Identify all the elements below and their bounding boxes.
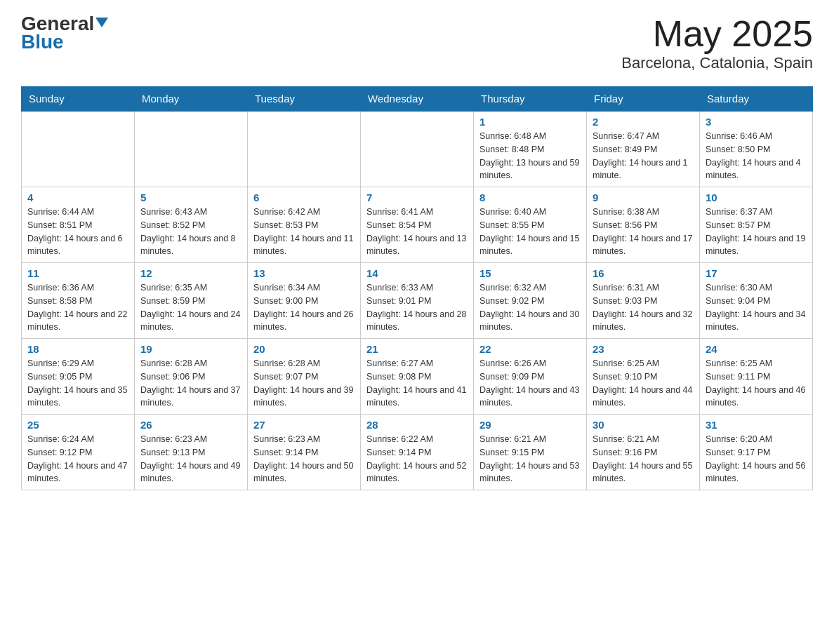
day-info: Sunrise: 6:40 AM Sunset: 8:55 PM Dayligh… bbox=[479, 206, 581, 258]
calendar-cell: 24Sunrise: 6:25 AM Sunset: 9:11 PM Dayli… bbox=[700, 339, 813, 415]
calendar-week-row: 18Sunrise: 6:29 AM Sunset: 9:05 PM Dayli… bbox=[22, 339, 813, 415]
day-info: Sunrise: 6:26 AM Sunset: 9:09 PM Dayligh… bbox=[479, 357, 581, 410]
day-info: Sunrise: 6:24 AM Sunset: 9:12 PM Dayligh… bbox=[27, 433, 128, 485]
calendar-cell bbox=[22, 111, 135, 187]
day-number: 17 bbox=[706, 267, 807, 279]
calendar-cell: 13Sunrise: 6:34 AM Sunset: 9:00 PM Dayli… bbox=[248, 263, 361, 339]
day-number: 1 bbox=[479, 116, 581, 128]
day-number: 11 bbox=[27, 267, 128, 279]
day-info: Sunrise: 6:22 AM Sunset: 9:14 PM Dayligh… bbox=[366, 433, 468, 485]
day-number: 26 bbox=[140, 419, 241, 431]
day-number: 4 bbox=[27, 192, 128, 203]
day-number: 23 bbox=[593, 343, 694, 355]
day-of-week-header: Tuesday bbox=[248, 87, 361, 112]
calendar-cell: 10Sunrise: 6:37 AM Sunset: 8:57 PM Dayli… bbox=[700, 187, 813, 263]
calendar-cell: 15Sunrise: 6:32 AM Sunset: 9:02 PM Dayli… bbox=[474, 263, 587, 339]
day-info: Sunrise: 6:41 AM Sunset: 8:54 PM Dayligh… bbox=[366, 206, 468, 258]
calendar-cell: 4Sunrise: 6:44 AM Sunset: 8:51 PM Daylig… bbox=[22, 187, 135, 263]
logo: General Blue bbox=[21, 14, 108, 53]
calendar-cell: 5Sunrise: 6:43 AM Sunset: 8:52 PM Daylig… bbox=[135, 187, 248, 263]
calendar-week-row: 4Sunrise: 6:44 AM Sunset: 8:51 PM Daylig… bbox=[22, 187, 813, 263]
day-info: Sunrise: 6:21 AM Sunset: 9:15 PM Dayligh… bbox=[479, 433, 581, 485]
day-number: 31 bbox=[706, 419, 807, 431]
calendar-cell: 23Sunrise: 6:25 AM Sunset: 9:10 PM Dayli… bbox=[587, 339, 700, 415]
calendar-cell: 20Sunrise: 6:28 AM Sunset: 9:07 PM Dayli… bbox=[248, 339, 361, 415]
day-info: Sunrise: 6:31 AM Sunset: 9:03 PM Dayligh… bbox=[593, 281, 694, 334]
day-number: 6 bbox=[253, 192, 355, 203]
day-number: 28 bbox=[366, 419, 468, 431]
day-of-week-header: Friday bbox=[587, 87, 700, 112]
day-info: Sunrise: 6:28 AM Sunset: 9:07 PM Dayligh… bbox=[253, 357, 355, 410]
calendar-header-row: SundayMondayTuesdayWednesdayThursdayFrid… bbox=[22, 87, 813, 112]
day-info: Sunrise: 6:21 AM Sunset: 9:16 PM Dayligh… bbox=[593, 433, 694, 485]
day-info: Sunrise: 6:36 AM Sunset: 8:58 PM Dayligh… bbox=[27, 281, 128, 334]
day-info: Sunrise: 6:42 AM Sunset: 8:53 PM Dayligh… bbox=[253, 206, 355, 258]
day-info: Sunrise: 6:27 AM Sunset: 9:08 PM Dayligh… bbox=[366, 357, 468, 410]
day-number: 9 bbox=[593, 192, 694, 203]
calendar-cell: 19Sunrise: 6:28 AM Sunset: 9:06 PM Dayli… bbox=[135, 339, 248, 415]
day-info: Sunrise: 6:32 AM Sunset: 9:02 PM Dayligh… bbox=[479, 281, 581, 334]
day-number: 27 bbox=[253, 419, 355, 431]
calendar-week-row: 1Sunrise: 6:48 AM Sunset: 8:48 PM Daylig… bbox=[22, 111, 813, 187]
day-number: 7 bbox=[366, 192, 468, 203]
calendar-table: SundayMondayTuesdayWednesdayThursdayFrid… bbox=[21, 86, 813, 490]
day-number: 13 bbox=[253, 267, 355, 279]
calendar-cell: 29Sunrise: 6:21 AM Sunset: 9:15 PM Dayli… bbox=[474, 415, 587, 490]
day-of-week-header: Sunday bbox=[22, 87, 135, 112]
calendar-cell: 12Sunrise: 6:35 AM Sunset: 8:59 PM Dayli… bbox=[135, 263, 248, 339]
calendar-cell: 30Sunrise: 6:21 AM Sunset: 9:16 PM Dayli… bbox=[587, 415, 700, 490]
day-number: 30 bbox=[593, 419, 694, 431]
day-number: 5 bbox=[140, 192, 241, 203]
calendar-cell: 8Sunrise: 6:40 AM Sunset: 8:55 PM Daylig… bbox=[474, 187, 587, 263]
day-info: Sunrise: 6:38 AM Sunset: 8:56 PM Dayligh… bbox=[593, 206, 694, 258]
day-info: Sunrise: 6:28 AM Sunset: 9:06 PM Dayligh… bbox=[140, 357, 241, 410]
logo-triangle-icon bbox=[95, 18, 108, 27]
calendar-cell: 18Sunrise: 6:29 AM Sunset: 9:05 PM Dayli… bbox=[22, 339, 135, 415]
logo-blue: Blue bbox=[21, 31, 64, 53]
day-info: Sunrise: 6:43 AM Sunset: 8:52 PM Dayligh… bbox=[140, 206, 241, 258]
calendar-cell bbox=[248, 111, 361, 187]
day-number: 24 bbox=[706, 343, 807, 355]
day-info: Sunrise: 6:37 AM Sunset: 8:57 PM Dayligh… bbox=[706, 206, 807, 258]
calendar-subtitle: Barcelona, Catalonia, Spain bbox=[621, 54, 813, 72]
calendar-cell: 2Sunrise: 6:47 AM Sunset: 8:49 PM Daylig… bbox=[587, 111, 700, 187]
calendar-cell: 11Sunrise: 6:36 AM Sunset: 8:58 PM Dayli… bbox=[22, 263, 135, 339]
day-number: 25 bbox=[27, 419, 128, 431]
calendar-cell: 3Sunrise: 6:46 AM Sunset: 8:50 PM Daylig… bbox=[700, 111, 813, 187]
day-of-week-header: Saturday bbox=[700, 87, 813, 112]
day-number: 8 bbox=[479, 192, 581, 203]
calendar-week-row: 25Sunrise: 6:24 AM Sunset: 9:12 PM Dayli… bbox=[22, 415, 813, 490]
day-info: Sunrise: 6:23 AM Sunset: 9:13 PM Dayligh… bbox=[140, 433, 241, 485]
day-number: 2 bbox=[593, 116, 694, 128]
day-number: 19 bbox=[140, 343, 241, 355]
day-number: 29 bbox=[479, 419, 581, 431]
calendar-cell: 16Sunrise: 6:31 AM Sunset: 9:03 PM Dayli… bbox=[587, 263, 700, 339]
day-number: 18 bbox=[27, 343, 128, 355]
calendar-cell: 31Sunrise: 6:20 AM Sunset: 9:17 PM Dayli… bbox=[700, 415, 813, 490]
day-info: Sunrise: 6:33 AM Sunset: 9:01 PM Dayligh… bbox=[366, 281, 468, 334]
calendar-title: May 2025 bbox=[621, 14, 813, 54]
calendar-cell bbox=[135, 111, 248, 187]
day-of-week-header: Monday bbox=[135, 87, 248, 112]
calendar-week-row: 11Sunrise: 6:36 AM Sunset: 8:58 PM Dayli… bbox=[22, 263, 813, 339]
day-info: Sunrise: 6:44 AM Sunset: 8:51 PM Dayligh… bbox=[27, 206, 128, 258]
day-info: Sunrise: 6:46 AM Sunset: 8:50 PM Dayligh… bbox=[706, 130, 807, 182]
day-info: Sunrise: 6:35 AM Sunset: 8:59 PM Dayligh… bbox=[140, 281, 241, 334]
day-info: Sunrise: 6:20 AM Sunset: 9:17 PM Dayligh… bbox=[706, 433, 807, 485]
calendar-cell: 6Sunrise: 6:42 AM Sunset: 8:53 PM Daylig… bbox=[248, 187, 361, 263]
day-number: 10 bbox=[706, 192, 807, 203]
calendar-cell: 22Sunrise: 6:26 AM Sunset: 9:09 PM Dayli… bbox=[474, 339, 587, 415]
day-info: Sunrise: 6:47 AM Sunset: 8:49 PM Dayligh… bbox=[593, 130, 694, 182]
day-info: Sunrise: 6:29 AM Sunset: 9:05 PM Dayligh… bbox=[27, 357, 128, 410]
day-info: Sunrise: 6:34 AM Sunset: 9:00 PM Dayligh… bbox=[253, 281, 355, 334]
page-header: General Blue May 2025 Barcelona, Catalon… bbox=[21, 14, 813, 72]
day-number: 3 bbox=[706, 116, 807, 128]
calendar-cell: 25Sunrise: 6:24 AM Sunset: 9:12 PM Dayli… bbox=[22, 415, 135, 490]
calendar-cell: 14Sunrise: 6:33 AM Sunset: 9:01 PM Dayli… bbox=[361, 263, 474, 339]
calendar-cell: 17Sunrise: 6:30 AM Sunset: 9:04 PM Dayli… bbox=[700, 263, 813, 339]
day-info: Sunrise: 6:23 AM Sunset: 9:14 PM Dayligh… bbox=[253, 433, 355, 485]
calendar-cell: 9Sunrise: 6:38 AM Sunset: 8:56 PM Daylig… bbox=[587, 187, 700, 263]
day-info: Sunrise: 6:25 AM Sunset: 9:10 PM Dayligh… bbox=[593, 357, 694, 410]
calendar-cell: 27Sunrise: 6:23 AM Sunset: 9:14 PM Dayli… bbox=[248, 415, 361, 490]
calendar-cell: 1Sunrise: 6:48 AM Sunset: 8:48 PM Daylig… bbox=[474, 111, 587, 187]
